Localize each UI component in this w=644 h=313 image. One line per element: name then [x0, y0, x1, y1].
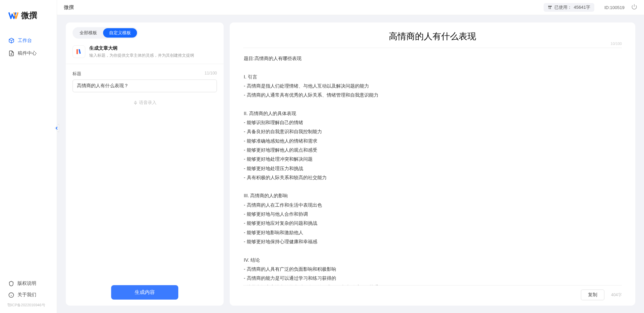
tab-all-templates[interactable]: 全部模板 — [74, 28, 103, 38]
template-desc: 输入标题，为你提供文章主体的灵感，并为其创建推文提纲 — [89, 53, 194, 58]
shield-icon — [8, 281, 14, 286]
sidebar-nav: 工作台 稿件中心 — [0, 31, 57, 278]
generate-footer: 生成内容 — [66, 279, 224, 306]
content-row: 全部模板 自定义模板 生成文章大纲 输入标题，为你提供文章主体的灵感，并为其创建… — [57, 15, 644, 313]
cube-icon — [8, 38, 14, 44]
info-icon — [8, 292, 14, 298]
doc-body[interactable]: 题目:高情商的人有哪些表现 I. 引言 - 高情商是指人们处理情绪、与他人互动以… — [243, 48, 622, 285]
usage-chip[interactable]: 已使用：45641字 — [544, 3, 594, 12]
title-char-count: 11/100 — [204, 71, 217, 77]
doc-title-row: 高情商的人有什么表现 10/100 — [243, 31, 622, 48]
mic-icon — [133, 101, 138, 105]
page-title: 微撰 — [64, 4, 74, 11]
document-icon — [8, 50, 14, 56]
logo-text: 微撰 — [21, 10, 37, 21]
template-icon — [73, 45, 85, 58]
icp-text: 鄂ICP备2022016946号 — [0, 301, 57, 310]
sidebar-item-drafts[interactable]: 稿件中心 — [0, 47, 57, 60]
template-title: 生成文章大纲 — [89, 45, 194, 51]
doc-char-count: 404字 — [611, 292, 622, 298]
voice-input-link[interactable]: 语音录入 — [73, 100, 217, 106]
topbar: 微撰 已使用：45641字 ID:100519 — [57, 0, 644, 15]
template-panel: 全部模板 自定义模板 生成文章大纲 输入标题，为你提供文章主体的灵感，并为其创建… — [66, 22, 224, 306]
field-label-row: 标题 11/100 — [73, 71, 217, 77]
output-panel: 高情商的人有什么表现 10/100 题目:高情商的人有哪些表现 I. 引言 - … — [230, 22, 635, 306]
doc-title-count: 10/100 — [610, 42, 622, 46]
sidebar-item-about[interactable]: 关于我们 — [0, 289, 57, 301]
tab-custom-template[interactable]: 自定义模板 — [103, 28, 137, 38]
template-card: 生成文章大纲 输入标题，为你提供文章主体的灵感，并为其创建推文提纲 — [66, 42, 224, 64]
books-icon — [75, 48, 83, 55]
sidebar-item-copyright[interactable]: 版权说明 — [0, 278, 57, 289]
main: 微撰 已使用：45641字 ID:100519 全部模板 自定义模板 — [57, 0, 644, 313]
chevron-left-icon — [54, 124, 59, 132]
logo-icon — [8, 10, 18, 20]
power-icon — [631, 4, 637, 10]
text-icon — [548, 5, 552, 10]
logo[interactable]: 微撰 — [0, 0, 57, 31]
svg-rect-3 — [135, 101, 136, 103]
title-field-label: 标题 — [73, 71, 81, 77]
form-area: 标题 11/100 语音录入 — [66, 64, 224, 279]
template-tabs: 全部模板 自定义模板 — [66, 27, 224, 42]
sidebar-collapse-handle[interactable] — [54, 124, 59, 132]
user-id: ID:100519 — [604, 5, 625, 10]
sidebar: 微撰 工作台 稿件中心 版权说明 关于我们 鄂ICP备2022016946号 — [0, 0, 57, 313]
doc-footer: 复制 404字 — [243, 285, 622, 300]
doc-title: 高情商的人有什么表现 — [243, 31, 622, 42]
logout-button[interactable] — [631, 4, 637, 11]
title-input[interactable] — [73, 80, 217, 92]
sidebar-footer: 版权说明 关于我们 鄂ICP备2022016946号 — [0, 278, 57, 313]
generate-button[interactable]: 生成内容 — [111, 285, 178, 300]
sidebar-item-workspace[interactable]: 工作台 — [0, 34, 57, 47]
copy-button[interactable]: 复制 — [581, 290, 604, 300]
